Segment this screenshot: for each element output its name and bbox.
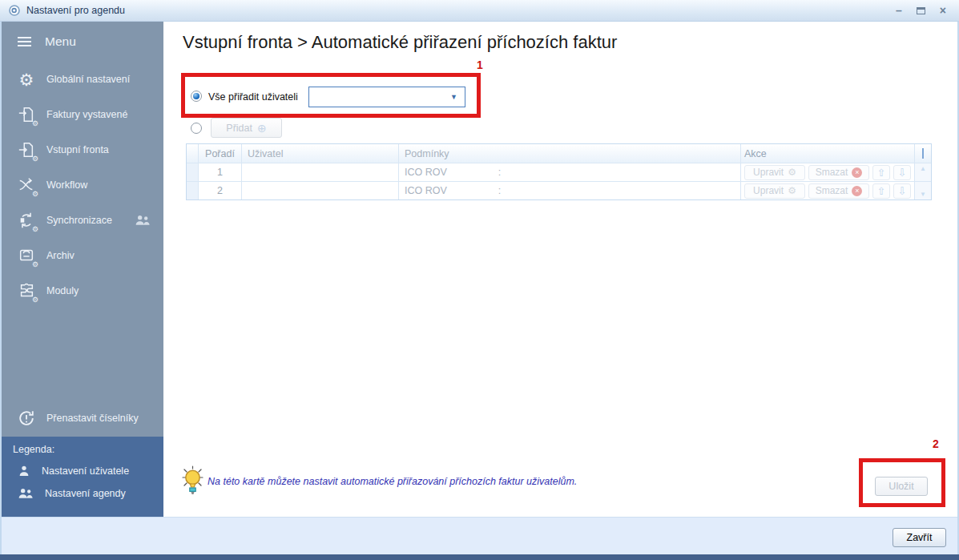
row-selector[interactable] [187,182,199,199]
rules-table: Pořadí Uživatel Podmínky Akce 1 ICO ROV … [186,143,932,200]
delete-button[interactable]: Smazat × [808,183,869,199]
delete-x-icon: × [852,186,862,196]
move-down-button[interactable]: ⇩ [893,183,911,199]
app-icon [8,4,21,17]
modules-icon: ⚙ [17,281,36,300]
legend-section: Legenda: Nastavení uživatele Nastavení a… [2,437,163,517]
delete-button[interactable]: Smazat × [808,165,869,180]
move-down-button[interactable]: ⇩ [893,165,911,180]
sidebar: Menu ⚙ Globální nastavení ⚙ Faktury vyst… [2,22,163,517]
arrow-up-icon: ⇧ [877,185,886,197]
menu-label: Menu [45,34,76,49]
table-row: 2 ICO ROV : Upravit ⚙ Smazat × [187,181,931,199]
column-header-conditions[interactable]: Podmínky [399,144,741,163]
user-dropdown[interactable]: ▼ [308,87,465,107]
close-icon[interactable]: × [940,5,946,16]
table-body: 1 ICO ROV : Upravit ⚙ Smazat × [187,163,931,199]
radio-rules[interactable] [191,123,202,134]
titlebar: Nastavení pro agendu – × [0,0,959,22]
maximize-icon[interactable] [917,7,925,14]
add-button[interactable]: Přidat ⊕ [211,118,282,138]
scroll-up-icon[interactable]: ▲ [920,165,926,172]
lightbulb-icon [182,465,203,498]
scroll-down-icon[interactable]: ▼ [920,191,926,198]
menu-header[interactable]: Menu [2,22,163,62]
users-icon [18,488,34,499]
order-cell: 2 [199,182,242,199]
user-icon [18,465,30,477]
conditions-cell: ICO ROV : [399,182,741,199]
sidebar-item-faktury-vystavene[interactable]: ⚙ Faktury vystavené [2,97,163,132]
main-content: Vstupní fronta > Automatické přiřazení p… [163,22,957,517]
sidebar-item-globalni-nastaveni[interactable]: ⚙ Globální nastavení [2,62,163,97]
arrow-up-icon: ⇧ [877,167,886,179]
sync-icon: ⚙ [17,211,36,230]
users-icon [135,215,151,226]
radio-assign-all[interactable] [191,91,202,102]
input-queue-icon: ⚙ [17,140,36,159]
arrow-down-icon: ⇩ [898,167,907,179]
gear-icon: ⚙ [17,70,36,89]
window-border-bottom [0,554,959,560]
table-scrollbar[interactable]: ▼ [914,182,931,199]
row-selector[interactable] [187,163,199,181]
legend-item-user: Nastavení uživatele [2,460,163,482]
table-header: Pořadí Uživatel Podmínky Akce [187,144,931,163]
window-border-left [0,22,2,554]
window-title: Nastavení pro agendu [26,5,125,16]
reset-warning-icon [17,409,36,428]
column-header-order[interactable]: Pořadí [199,144,242,163]
save-button[interactable]: Uložit [875,477,928,496]
table-row: 1 ICO ROV : Upravit ⚙ Smazat × [187,163,931,181]
edit-button[interactable]: Upravit ⚙ [744,165,805,180]
archive-icon: ⚙ [17,246,36,265]
chevron-down-icon: ▼ [450,93,465,101]
footer-bar: Zavřít [2,517,957,554]
sidebar-item-archiv[interactable]: ⚙ Archiv [2,238,163,273]
sidebar-item-vstupni-fronta[interactable]: ⚙ Vstupní fronta [2,132,163,167]
sidebar-spacer [2,308,163,400]
hamburger-icon[interactable] [18,37,31,46]
actions-cell: Upravit ⚙ Smazat × ⇧ ⇩ [741,163,914,181]
scrollbar-header [914,144,931,163]
hint: Na této kartě můžete nastavit automatick… [182,465,577,498]
sidebar-item-prenastavit-ciselniky[interactable]: Přenastavit číselníky [2,400,163,437]
edit-button[interactable]: Upravit ⚙ [744,183,805,199]
delete-x-icon: × [852,167,862,178]
sidebar-item-moduly[interactable]: ⚙ Moduly [2,273,163,308]
actions-cell: Upravit ⚙ Smazat × ⇧ ⇩ [741,182,914,199]
settings-window: Nastavení pro agendu – × Menu ⚙ Globální… [0,0,959,560]
window-controls: – × [896,5,951,16]
minimize-icon[interactable]: – [896,5,902,16]
table-scrollbar[interactable]: ▲ [914,163,931,181]
hint-text: Na této kartě můžete nastavit automatick… [208,476,577,487]
page-title: Vstupní fronta > Automatické přiřazení p… [183,32,617,53]
plus-circle-icon: ⊕ [257,123,267,134]
user-cell [242,163,399,181]
close-window-button[interactable]: Zavřít [893,528,946,547]
arrow-down-icon: ⇩ [898,185,907,197]
legend-item-agenda: Nastavení agendy [2,482,163,505]
scrollbar-tick [922,148,924,159]
workflow-icon: ⚙ [17,175,36,195]
gear-icon: ⚙ [788,185,796,196]
gear-icon: ⚙ [788,167,796,178]
user-cell [242,182,399,199]
move-up-button[interactable]: ⇧ [872,183,890,199]
column-header-user[interactable]: Uživatel [242,144,399,163]
sidebar-item-workflow[interactable]: ⚙ Workflow [2,167,163,203]
move-up-button[interactable]: ⇧ [872,165,890,180]
order-cell: 1 [199,163,242,181]
legend-heading: Legenda: [2,444,163,455]
column-header-actions[interactable]: Akce [741,144,914,163]
assign-all-label: Vše přiřadit uživateli [208,91,298,103]
invoice-out-icon: ⚙ [17,105,36,124]
sidebar-item-synchronizace[interactable]: ⚙ Synchronizace [2,203,163,238]
selector-column-header [187,144,199,163]
conditions-cell: ICO ROV : [399,163,741,181]
